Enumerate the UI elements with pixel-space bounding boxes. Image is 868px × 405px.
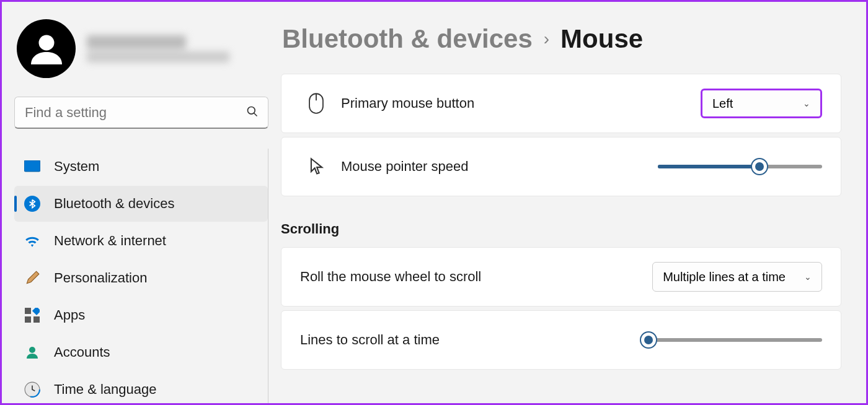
avatar [17,19,76,78]
search-box [14,97,268,129]
breadcrumb-parent[interactable]: Bluetooth & devices [282,24,533,54]
mouse-icon [300,93,332,114]
sidebar-item-label: Accounts [54,344,110,360]
primary-mouse-button-dropdown[interactable]: Left ⌄ [701,89,822,118]
chevron-down-icon: ⌄ [804,272,812,282]
sidebar-item-label: System [54,159,99,175]
system-icon [24,159,40,175]
bluetooth-icon [24,196,40,212]
svg-point-0 [38,35,54,50]
breadcrumb: Bluetooth & devices › Mouse [281,24,841,54]
setting-primary-mouse-button: Primary mouse button Left ⌄ [281,74,841,133]
dropdown-value: Multiple lines at a time [663,270,786,284]
sidebar-item-network[interactable]: Network & internet [14,223,268,259]
chevron-down-icon: ⌄ [803,98,810,108]
sidebar-item-time-language[interactable]: Time & language [14,372,268,403]
sidebar-item-personalization[interactable]: Personalization [14,260,268,296]
sidebar-item-label: Apps [54,307,85,323]
svg-line-2 [254,113,257,116]
brush-icon [24,270,40,286]
svg-rect-6 [25,308,31,314]
lines-scroll-slider[interactable] [644,338,823,342]
account-icon [24,344,40,360]
sidebar-item-bluetooth-devices[interactable]: Bluetooth & devices [14,186,268,222]
setting-label: Roll the mouse wheel to scroll [300,269,481,285]
sidebar-item-label: Time & language [54,381,157,398]
search-icon [246,105,259,120]
setting-label: Lines to scroll at a time [300,332,440,348]
nav-list: System Bluetooth & devices Network & int… [14,149,268,403]
sidebar-item-label: Personalization [54,270,147,286]
svg-rect-8 [25,316,31,323]
sidebar-item-apps[interactable]: Apps [14,297,268,333]
roll-wheel-dropdown[interactable]: Multiple lines at a time ⌄ [652,262,822,292]
search-input[interactable] [14,97,268,129]
profile-info [87,35,229,63]
svg-point-10 [29,347,35,353]
svg-rect-9 [33,316,40,323]
wifi-icon [24,233,40,249]
setting-lines-to-scroll: Lines to scroll at a time [281,310,841,370]
svg-rect-7 [32,308,40,315]
section-header-scrolling: Scrolling [281,221,841,237]
dropdown-value: Left [712,97,733,111]
setting-label: Mouse pointer speed [341,159,468,175]
chevron-right-icon: › [544,29,549,49]
sidebar-item-accounts[interactable]: Accounts [14,334,268,370]
svg-rect-3 [24,160,40,172]
setting-roll-wheel: Roll the mouse wheel to scroll Multiple … [281,247,841,307]
breadcrumb-current: Mouse [560,24,643,54]
setting-label: Primary mouse button [341,95,474,111]
sidebar-item-system[interactable]: System [14,149,268,185]
apps-icon [24,307,40,323]
sidebar-item-label: Bluetooth & devices [54,196,174,212]
svg-point-1 [248,107,255,115]
setting-pointer-speed: Mouse pointer speed [281,137,841,196]
main-content: Bluetooth & devices › Mouse Primary mous… [281,2,866,403]
sidebar: System Bluetooth & devices Network & int… [2,2,281,403]
profile-block[interactable] [14,19,268,78]
cursor-icon [300,157,332,176]
sidebar-item-label: Network & internet [54,233,166,249]
clock-icon [24,381,40,398]
pointer-speed-slider[interactable] [658,165,822,168]
